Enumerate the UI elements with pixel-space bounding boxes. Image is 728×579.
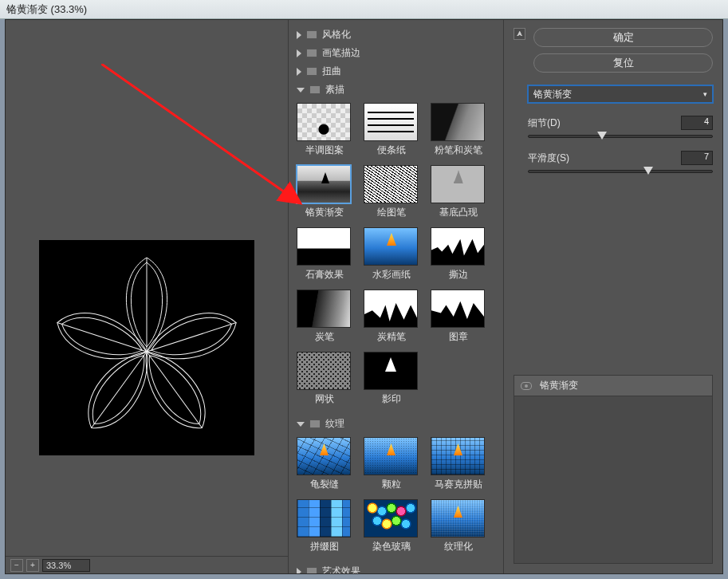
filter-charcoal[interactable]: 炭笔 [297,290,352,344]
thumb-label: 纹理化 [431,540,486,553]
param-smooth-value[interactable]: 7 [681,151,713,165]
texture-thumb-grid: 龟裂缝 颗粒 马赛克拼贴 拼缀图 染色玻璃 纹理化 [292,432,500,561]
filter-gallery-pane[interactable]: 风格化 画笔描边 扭曲 素描 半调图案 [289,20,504,573]
filter-craquelure[interactable]: 龟裂缝 [297,437,352,491]
thumb-label: 拼缀图 [297,540,352,553]
thumb-image [364,437,418,475]
slider-knob[interactable] [643,167,653,175]
controls-pane: ⮝ 确定 复位 铬黄渐变 ▾ 细节(D) 4 平滑度(S) 7 [504,20,722,573]
folder-icon [306,567,317,573]
folder-header-brush[interactable]: 画笔描边 [292,45,500,61]
folder-icon [306,49,317,57]
filter-bas-relief[interactable]: 基底凸现 [431,165,486,219]
collapse-gallery-button[interactable]: ⮝ [514,28,525,40]
zoom-out-button[interactable]: − [10,559,23,572]
filter-grain[interactable]: 颗粒 [364,437,419,491]
thumb-label: 粉笔和炭笔 [431,144,486,157]
window-titlebar: 铬黄渐变 (33.3%) [0,0,728,19]
effect-layers-pane: 铬黄渐变 [514,375,713,564]
visibility-eye-icon[interactable] [521,382,532,390]
thumb-label: 炭笔 [297,330,352,344]
filter-select[interactable]: 铬黄渐变 ▾ [528,85,713,103]
zoom-in-button[interactable]: + [26,559,39,572]
folder-icon [306,67,317,76]
thumb-image [431,437,485,475]
filter-patchwork[interactable]: 拼缀图 [297,499,352,553]
thumb-image [431,103,485,141]
filter-mosaic-tiles[interactable]: 马赛克拼贴 [431,437,486,491]
thumb-label: 石膏效果 [297,268,352,282]
filter-reticulation[interactable]: 网状 [297,352,352,406]
thumb-image [297,352,351,390]
zoom-readout[interactable]: 33.3% [42,559,90,572]
preview-viewport[interactable] [6,20,288,556]
disclosure-triangle-icon [297,568,301,574]
filter-gallery-window: − + 33.3% 风格化 画笔描边 [5,19,723,574]
preview-canvas [39,240,254,455]
preview-art-flower [39,240,254,455]
thumb-label: 颗粒 [364,478,419,491]
param-smooth-label: 平滑度(S) [528,152,569,165]
folder-header-texture[interactable]: 纹理 [292,416,500,432]
thumb-image [431,290,485,328]
folder-artistic: 艺术效果 [292,563,500,573]
slider-knob[interactable] [597,132,607,140]
thumb-image [364,103,418,141]
filter-photocopy[interactable]: 影印 [364,352,419,406]
thumb-image [364,352,418,390]
thumb-label: 便条纸 [364,144,419,157]
param-detail-slider[interactable] [528,135,713,138]
param-detail-value[interactable]: 4 [681,116,713,130]
filter-stained-glass[interactable]: 染色玻璃 [364,499,419,553]
folder-header-distort[interactable]: 扭曲 [292,63,500,80]
effect-layer-name: 铬黄渐变 [540,379,578,392]
thumb-label: 网状 [297,392,352,406]
filter-texturizer[interactable]: 纹理化 [431,499,486,553]
filter-conte-crayon[interactable]: 炭精笔 [364,290,419,344]
thumb-image [431,227,485,266]
controls-top: ⮝ 确定 复位 [504,20,722,81]
thumb-image [431,499,485,538]
param-smooth-slider[interactable] [528,170,713,173]
folder-icon [309,419,321,428]
disclosure-triangle-icon [297,68,301,76]
sketch-thumb-grid: 半调图案 便条纸 粉笔和炭笔 铬黄渐变 绘图笔 基底凸现 石膏效果 水彩画纸 撕… [292,98,500,414]
filter-graphic-pen[interactable]: 绘图笔 [364,165,419,219]
filter-torn-edges[interactable]: 撕边 [431,227,486,282]
thumb-image [364,227,418,266]
thumb-image [364,165,418,203]
param-detail-label: 细节(D) [528,116,561,130]
folder-label: 画笔描边 [322,46,360,60]
folder-label: 扭曲 [322,65,341,78]
thumb-image [364,290,418,328]
thumb-image [297,165,351,203]
filter-chalk[interactable]: 粉笔和炭笔 [431,103,486,157]
folder-label: 纹理 [325,417,344,431]
window-title: 铬黄渐变 (33.3%) [6,3,87,15]
filter-plaster[interactable]: 石膏效果 [297,227,352,282]
folder-header-sketch[interactable]: 素描 [292,81,500,98]
folder-icon [306,30,317,39]
disclosure-triangle-icon [297,422,305,427]
disclosure-triangle-icon [297,88,305,93]
filter-note[interactable]: 便条纸 [364,103,419,157]
reset-button[interactable]: 复位 [533,53,713,73]
thumb-label: 图章 [431,330,486,344]
folder-header-artistic[interactable]: 艺术效果 [292,563,500,573]
filter-water-paper[interactable]: 水彩画纸 [364,227,419,282]
thumb-image [297,227,351,266]
folder-sketch: 素描 半调图案 便条纸 粉笔和炭笔 铬黄渐变 绘图笔 基底凸现 石膏效果 水彩画… [292,81,500,414]
thumb-label: 水彩画纸 [364,268,419,282]
thumb-label: 铬黄渐变 [297,206,352,219]
filter-chrome[interactable]: 铬黄渐变 [297,165,352,219]
filter-halftone[interactable]: 半调图案 [297,103,352,157]
folder-label: 素描 [325,83,344,96]
folder-texture: 纹理 龟裂缝 颗粒 马赛克拼贴 拼缀图 染色玻璃 纹理化 [292,416,500,561]
preview-footer: − + 33.3% [6,556,288,573]
folder-header-stylize[interactable]: 风格化 [292,26,500,43]
thumb-label: 撕边 [431,268,486,282]
filter-stamp[interactable]: 图章 [431,290,486,344]
ok-button[interactable]: 确定 [533,28,713,47]
effect-layer-row[interactable]: 铬黄渐变 [514,376,712,396]
thumb-label: 半调图案 [297,144,352,157]
